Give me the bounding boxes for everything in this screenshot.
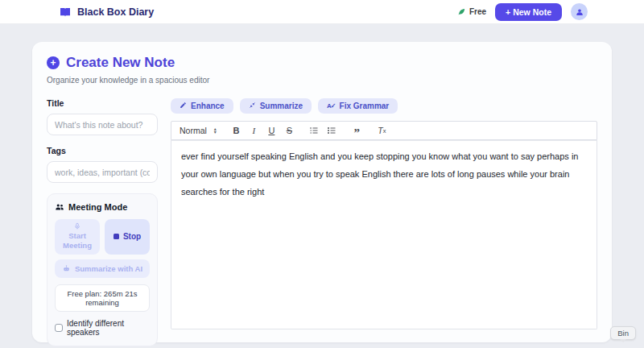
summarize-ai-label: Summarize with AI [75, 264, 142, 273]
app-title: Black Box Diary [77, 6, 154, 18]
plan-badge: Free [457, 7, 486, 16]
summarize-button[interactable]: Summarize [240, 98, 312, 114]
create-note-card: + Create New Note Organize your knowledg… [32, 42, 612, 342]
speakers-checkbox-label: Identify different speakers [67, 319, 150, 337]
tags-input[interactable] [47, 161, 158, 183]
mic-icon [73, 222, 81, 230]
robot-icon [62, 264, 71, 273]
tags-field: Tags [47, 146, 158, 183]
title-field: Title [47, 98, 158, 135]
pen-icon [180, 102, 187, 110]
new-note-button[interactable]: + New Note [495, 3, 562, 21]
start-meeting-label: Start Meeting [56, 231, 98, 251]
tags-label: Tags [47, 146, 158, 155]
book-logo-icon [59, 6, 72, 19]
speakers-checkbox[interactable] [55, 324, 63, 332]
bin-button[interactable]: Bin [610, 326, 636, 340]
format-select-value: Normal [180, 126, 207, 135]
avatar[interactable] [571, 3, 588, 20]
bold-button[interactable]: B [229, 122, 244, 139]
stop-label: Stop [123, 232, 141, 241]
user-icon [575, 7, 584, 17]
title-input[interactable] [47, 114, 158, 135]
clear-format-button[interactable]: Tx [374, 122, 390, 139]
fix-grammar-label: Fix Grammar [340, 102, 390, 110]
underline-button[interactable]: U [264, 122, 279, 139]
users-icon [55, 202, 64, 212]
summarize-label: Summarize [260, 102, 303, 110]
bullet-list-icon [327, 126, 336, 135]
app-logo: Black Box Diary [59, 6, 154, 19]
meeting-mode-title: Meeting Mode [68, 202, 127, 212]
editor-column: Enhance Summarize A✓ Fix Grammar [171, 97, 597, 329]
italic-button[interactable]: I [246, 122, 262, 139]
note-editor[interactable]: ever find yourself speaking English and … [171, 140, 597, 329]
meeting-buttons: Start Meeting Stop [55, 219, 150, 255]
leaf-icon [457, 7, 466, 16]
spellcheck-icon: A✓ [327, 102, 335, 110]
identify-speakers-row[interactable]: Identify different speakers [55, 319, 150, 337]
meeting-mode-header: Meeting Mode [55, 202, 150, 212]
page-title: Create New Note [66, 55, 175, 71]
select-arrows-icon: ▴▾ [214, 127, 217, 135]
note-text: ever find yourself speaking English and … [181, 147, 587, 201]
meeting-mode-panel: Meeting Mode Start Meeting [47, 193, 158, 346]
ordered-list-icon [309, 126, 319, 135]
enhance-button[interactable]: Enhance [171, 98, 233, 114]
plan-badge-label: Free [469, 7, 486, 16]
ordered-list-button[interactable] [307, 122, 322, 139]
bullet-list-button[interactable] [324, 122, 340, 139]
format-select[interactable]: Normal ▴▾ [180, 126, 217, 135]
ai-actions-row: Enhance Summarize A✓ Fix Grammar [171, 98, 597, 114]
shrink-arrows-icon [249, 102, 256, 110]
page-subtitle: Organize your knowledge in a spacious ed… [47, 76, 597, 85]
blockquote-button[interactable]: ” [349, 122, 365, 139]
content-row: Title Tags Meeting [47, 97, 597, 329]
summarize-with-ai-button[interactable]: Summarize with AI [55, 259, 150, 278]
app-header: Black Box Diary Free + New Note [0, 0, 644, 24]
strikethrough-button[interactable]: S [282, 122, 297, 139]
plus-circle-icon: + [47, 56, 60, 69]
editor-toolbar: Normal ▴▾ B I U S [171, 121, 597, 140]
start-meeting-button[interactable]: Start Meeting [55, 219, 100, 255]
enhance-label: Enhance [191, 102, 225, 110]
card-header: + Create New Note [47, 55, 597, 71]
fix-grammar-button[interactable]: A✓ Fix Grammar [318, 98, 398, 114]
stop-icon [114, 234, 119, 239]
stop-button[interactable]: Stop [105, 219, 150, 255]
note-sidebar: Title Tags Meeting [47, 97, 158, 329]
plan-status: Free plan: 265m 21s remaining [55, 284, 150, 312]
header-actions: Free + New Note [457, 3, 588, 21]
title-label: Title [47, 98, 158, 108]
